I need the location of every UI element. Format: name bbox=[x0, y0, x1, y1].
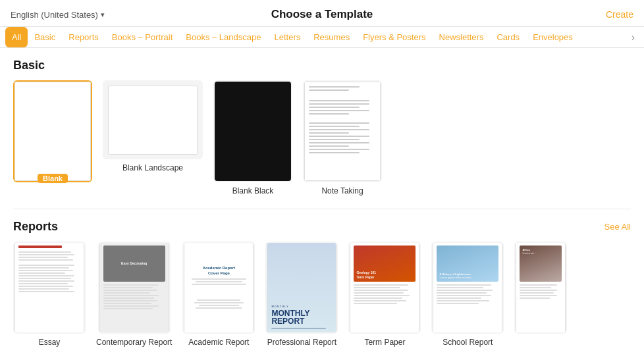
visual-line-2 bbox=[520, 287, 551, 288]
term-line-6 bbox=[354, 297, 402, 299]
tab-envelopes[interactable]: Envelopes bbox=[526, 27, 579, 47]
essay-line-9 bbox=[18, 275, 74, 276]
template-note-taking[interactable]: Note Taking bbox=[303, 80, 382, 195]
school-img: A History of LighthousesLorem ipsum dolo… bbox=[437, 246, 498, 282]
professional-report-label: Professional Report bbox=[267, 338, 336, 347]
contemp-line-5 bbox=[103, 295, 159, 296]
school-line-1 bbox=[437, 284, 491, 286]
acad-line-7 bbox=[196, 307, 242, 309]
note-taking-thumb bbox=[303, 80, 382, 182]
tab-books-portrait[interactable]: Books – Portrait bbox=[105, 27, 180, 47]
template-blank-landscape[interactable]: Blank Landscape bbox=[103, 80, 203, 195]
basic-template-row: Blank Blank Landscape Blank Black bbox=[13, 80, 631, 195]
prof-title: MONTHLYREPORT bbox=[271, 309, 332, 325]
create-button[interactable]: Create bbox=[606, 9, 633, 20]
prof-subtitle: MONTHLY bbox=[271, 305, 332, 308]
note-line-10 bbox=[309, 129, 369, 130]
acad-line-3 bbox=[192, 284, 246, 285]
template-professional-report[interactable]: MONTHLY MONTHLYREPORT Professional Repor… bbox=[265, 242, 338, 347]
term-line-7 bbox=[354, 300, 406, 301]
essay-line-12 bbox=[18, 283, 68, 284]
essay-preview bbox=[14, 242, 84, 334]
essay-label: Essay bbox=[39, 338, 61, 347]
reports-see-all[interactable]: See All bbox=[604, 222, 631, 232]
basic-section-header: Basic bbox=[13, 59, 631, 72]
chevron-down-icon: ▾ bbox=[101, 11, 105, 19]
template-visual[interactable]: AfricaLorem sit… bbox=[514, 242, 567, 347]
tab-cards[interactable]: Cards bbox=[490, 27, 526, 47]
tab-resumes[interactable]: Resumes bbox=[307, 27, 356, 47]
essay-line-8 bbox=[18, 272, 65, 274]
reports-template-row: Essay Easy Decorating bbox=[13, 242, 631, 347]
language-selector[interactable]: English (United States) ▾ bbox=[11, 10, 105, 20]
school-line-2 bbox=[437, 287, 483, 288]
tab-all[interactable]: All bbox=[5, 27, 28, 47]
note-spacer bbox=[309, 93, 376, 98]
template-academic-report[interactable]: Academic ReportCover Page Academic Repor… bbox=[182, 242, 255, 347]
visual-line-1 bbox=[520, 284, 556, 286]
tab-flyers-posters[interactable]: Flyers & Posters bbox=[356, 27, 432, 47]
contemp-line-4 bbox=[103, 292, 150, 294]
template-school-report[interactable]: A History of LighthousesLorem ipsum dolo… bbox=[431, 242, 504, 347]
contemp-line-10 bbox=[103, 308, 153, 309]
essay-line-10 bbox=[18, 278, 71, 279]
term-line-5 bbox=[354, 295, 410, 296]
term-paper-label: Term Paper bbox=[364, 338, 405, 347]
contemporary-preview: Easy Decorating bbox=[99, 242, 169, 334]
academic-thumb: Academic ReportCover Page bbox=[182, 242, 255, 334]
note-line-14 bbox=[309, 142, 369, 143]
professional-thumb: MONTHLY MONTHLYREPORT bbox=[265, 242, 338, 334]
contemp-line-6 bbox=[103, 297, 154, 299]
note-line-17 bbox=[309, 152, 360, 153]
template-blank-black[interactable]: Blank Black bbox=[213, 80, 292, 195]
nav-more-arrow[interactable]: › bbox=[628, 29, 639, 46]
note-line-16 bbox=[309, 149, 369, 150]
term-line-1 bbox=[354, 284, 408, 286]
essay-line-7 bbox=[18, 270, 73, 271]
visual-line-5 bbox=[520, 295, 556, 296]
basic-section-title: Basic bbox=[13, 59, 45, 72]
term-img: Geology 101Term Paper bbox=[354, 246, 416, 282]
note-line-2 bbox=[309, 90, 349, 91]
header: English (United States) ▾ Choose a Templ… bbox=[0, 0, 644, 27]
tab-reports[interactable]: Reports bbox=[62, 27, 105, 47]
language-label: English (United States) bbox=[11, 10, 98, 20]
essay-line-3 bbox=[18, 257, 68, 258]
visual-preview: AfricaLorem sit… bbox=[516, 242, 566, 334]
contemporary-thumb: Easy Decorating bbox=[98, 242, 171, 334]
essay-line-6 bbox=[18, 267, 69, 269]
note-line-4 bbox=[309, 103, 369, 105]
main-content: Basic Blank Blank Landscape Blank Black bbox=[0, 48, 644, 352]
blank-black-label: Blank Black bbox=[232, 186, 274, 195]
visual-img: AfricaLorem sit… bbox=[520, 246, 562, 282]
note-taking-preview bbox=[304, 82, 381, 181]
term-line-4 bbox=[354, 292, 403, 294]
term-paper-thumb: Geology 101Term Paper bbox=[348, 242, 421, 334]
contemporary-img: Easy Decorating bbox=[103, 246, 165, 282]
visual-line-4 bbox=[520, 292, 553, 294]
template-contemporary-report[interactable]: Easy Decorating Contemporary Report bbox=[96, 242, 172, 347]
tab-newsletters[interactable]: Newsletters bbox=[433, 27, 491, 47]
blank-black-thumb bbox=[213, 80, 292, 182]
note-spacer-2 bbox=[309, 116, 376, 120]
nav-bar: All Basic Reports Books – Portrait Books… bbox=[0, 27, 644, 48]
contemp-line-9 bbox=[103, 305, 159, 307]
template-term-paper[interactable]: Geology 101Term Paper Term Paper bbox=[348, 242, 421, 347]
visual-line-6 bbox=[520, 297, 550, 299]
template-essay[interactable]: Essay bbox=[13, 242, 86, 347]
template-blank[interactable]: Blank bbox=[13, 80, 92, 195]
tab-basic[interactable]: Basic bbox=[28, 27, 62, 47]
professional-preview: MONTHLY MONTHLYREPORT bbox=[267, 242, 336, 334]
contemp-line-1 bbox=[103, 284, 159, 286]
essay-line-14 bbox=[18, 288, 69, 290]
acad-line-1 bbox=[192, 278, 246, 280]
tab-letters[interactable]: Letters bbox=[267, 27, 307, 47]
note-line-13 bbox=[309, 139, 360, 140]
acad-line-4 bbox=[197, 299, 240, 301]
tab-books-landscape[interactable]: Books – Landscape bbox=[179, 27, 267, 47]
contemp-line-7 bbox=[103, 300, 158, 301]
note-line-5 bbox=[309, 107, 360, 108]
visual-thumb: AfricaLorem sit… bbox=[514, 242, 567, 334]
term-line-3 bbox=[354, 290, 408, 291]
school-line-7 bbox=[437, 300, 489, 301]
